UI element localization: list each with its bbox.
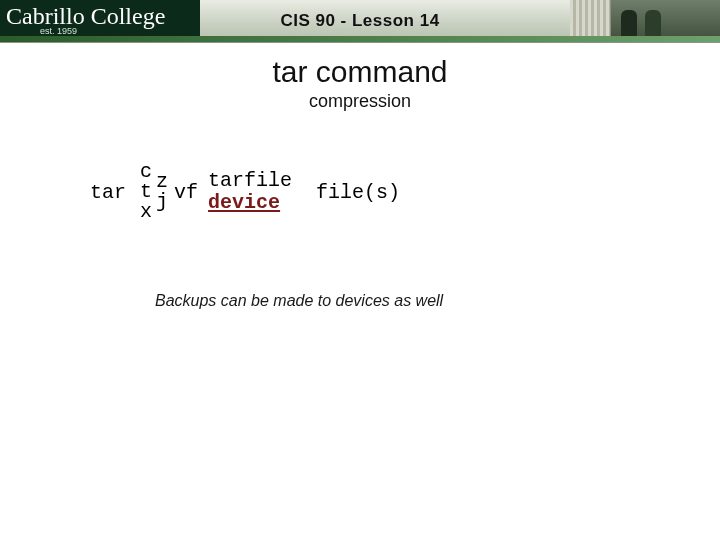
flags-vf: vf — [174, 181, 198, 204]
slide-subtitle: compression — [0, 91, 720, 112]
header-banner: Cabrillo College est. 1959 CIS 90 - Less… — [0, 0, 720, 43]
op-t: t — [140, 182, 152, 202]
cmd-tar: tar — [90, 181, 126, 204]
tar-syntax: tar c t x z j vf tarfile device file(s) — [90, 162, 720, 222]
slide-caption: Backups can be made to devices as well — [155, 292, 720, 310]
banner-accent-stripe — [0, 36, 720, 42]
slide-body: tar command compression tar c t x z j vf… — [0, 43, 720, 310]
op-c: c — [140, 162, 152, 182]
target-column: tarfile device — [208, 170, 292, 214]
slide-title: tar command — [0, 55, 720, 89]
arg-files: file(s) — [316, 181, 400, 204]
target-tarfile: tarfile — [208, 170, 292, 192]
compress-column: z j — [156, 172, 168, 212]
comp-j: j — [156, 192, 168, 212]
comp-z: z — [156, 172, 168, 192]
ops-column: c t x — [140, 162, 152, 222]
target-device: device — [208, 192, 292, 214]
op-x: x — [140, 202, 152, 222]
